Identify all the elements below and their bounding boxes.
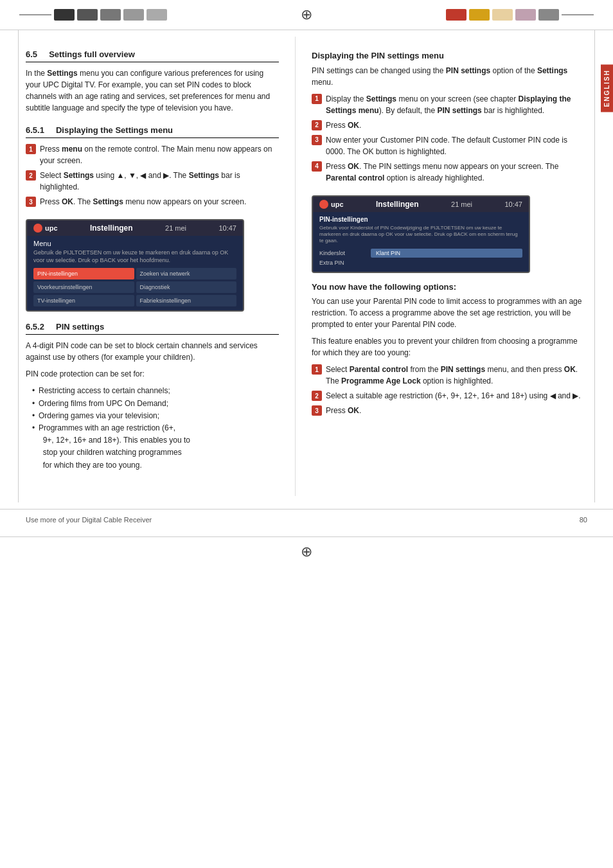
top-line-right xyxy=(562,14,594,15)
options-step-2-text: Select a suitable age restriction (6+, 9… xyxy=(326,390,581,402)
options-title: You now have the following options: xyxy=(312,281,585,294)
bullet-1: Restricting access to certain channels; xyxy=(32,385,279,397)
pin-step-4-text: Press OK. The PIN settings menu now appe… xyxy=(326,161,585,184)
upc-text-1: upc xyxy=(45,224,58,232)
pin-step-3-text: Now enter your Customer PIN code. The de… xyxy=(326,134,585,157)
tv-item-tv: TV-instellingen xyxy=(33,295,134,306)
pin-step-2-text: Press OK. xyxy=(326,120,361,131)
pin-step-1-text: Display the Settings menu on your screen… xyxy=(326,93,585,116)
section-65-label: Settings full overview xyxy=(49,49,135,59)
margin-line-left xyxy=(18,30,19,502)
color-block-red xyxy=(446,9,466,21)
pin-step-badge-4: 4 xyxy=(312,161,322,172)
section-options: You now have the following options: You … xyxy=(312,281,585,417)
step-badge-2: 2 xyxy=(26,170,36,181)
color-block-5 xyxy=(147,9,167,21)
tv-screen-2-header: upc Instellingen 21 mei 10:47 xyxy=(313,197,529,212)
color-block-4 xyxy=(123,9,144,21)
top-bar-left xyxy=(19,9,167,21)
pin-label-extra: Extra PIN xyxy=(319,260,371,266)
tv-item-diagnostiek: Diagnostiek xyxy=(136,281,237,293)
tv-title-1: Instellingen xyxy=(90,224,133,233)
pin-step-badge-2: 2 xyxy=(312,120,322,130)
pin-step-1: 1 Display the Settings menu on your scre… xyxy=(312,93,585,116)
section-651-heading: 6.5.1 Displaying the Settings menu xyxy=(26,125,279,138)
options-step-badge-1: 1 xyxy=(312,364,322,375)
pin-section-title: PIN-instellingen xyxy=(319,216,522,223)
pin-step-3: 3 Now enter your Customer PIN code. The … xyxy=(312,134,585,157)
tv-item-voorkeur: Voorkeursinstellingen xyxy=(33,281,134,293)
color-block-yellow xyxy=(469,9,490,21)
options-step-2: 2 Select a suitable age restriction (6+,… xyxy=(312,390,585,402)
compass-icon: ⊕ xyxy=(301,6,312,23)
pin-display-title: Displaying the PIN settings menu xyxy=(312,49,585,62)
step-651-2-text: Select Settings using ▲, ▼, ◀ and ▶. The… xyxy=(40,170,279,193)
tv-time-2: 10:47 xyxy=(504,200,522,208)
footer-left: Use more of your Digital Cable Receiver xyxy=(26,516,152,524)
options-step-1-text: Select Parental control from the PIN set… xyxy=(326,364,585,387)
pin-step-badge-3: 3 xyxy=(312,135,322,145)
top-line-left xyxy=(19,14,51,15)
step-651-2: 2 Select Settings using ▲, ▼, ◀ and ▶. T… xyxy=(26,170,279,193)
pin-step-4: 4 Press OK. The PIN settings menu now ap… xyxy=(312,161,585,184)
footer-right: 80 xyxy=(580,516,587,524)
section-652-heading: 6.5.2 PIN settings xyxy=(26,322,279,335)
right-column: Displaying the PIN settings menu PIN set… xyxy=(296,37,610,496)
section-652-intro: A 4-digit PIN code can be set to block c… xyxy=(26,340,279,363)
options-step-3: 3 Press OK. xyxy=(312,405,585,416)
bullet-3: Ordering games via your television; xyxy=(32,410,279,422)
tv-time-1: 10:47 xyxy=(218,224,236,232)
tv-item-zoeken: Zoeken via netwerk xyxy=(136,268,237,279)
tv-grid-1: PIN-instellingen Zoeken via netwerk Voor… xyxy=(33,268,236,306)
bullet-4: Programmes with an age restriction (6+, … xyxy=(32,422,279,472)
tv-screen-1: upc Instellingen 21 mei 10:47 Menu Gebru… xyxy=(26,219,244,312)
upc-circle-2 xyxy=(319,200,328,209)
tv-screen-1-header: upc Instellingen 21 mei 10:47 xyxy=(27,220,243,236)
step-651-1: 1 Press menu on the remote control. The … xyxy=(26,143,279,166)
color-block-cream xyxy=(492,9,513,21)
pin-option-kinderslot: Kinderslot Klant PIN xyxy=(319,249,522,258)
tv-title-2: Instellingen xyxy=(376,200,419,209)
page-content: 6.5 Settings full overview In the Settin… xyxy=(0,30,613,502)
section-65-heading: 6.5 Settings full overview xyxy=(26,49,279,62)
tv-item-pin: PIN-instellingen xyxy=(33,268,134,279)
options-step-badge-3: 3 xyxy=(312,405,322,416)
top-bar-right xyxy=(446,9,594,21)
options-step-3-text: Press OK. xyxy=(326,405,361,416)
upc-logo-1: upc xyxy=(33,224,58,233)
section-65: 6.5 Settings full overview In the Settin… xyxy=(26,49,279,114)
pin-value-extra xyxy=(371,261,522,264)
step-badge-1: 1 xyxy=(26,144,36,154)
pin-step-badge-1: 1 xyxy=(312,94,322,104)
step-651-3: 3 Press OK. The Settings menu now appear… xyxy=(26,196,279,208)
pin-value-kinderslot: Klant PIN xyxy=(371,249,522,258)
section-651: 6.5.1 Displaying the Settings menu 1 Pre… xyxy=(26,125,279,208)
pin-display-steps: 1 Display the Settings menu on your scre… xyxy=(312,93,585,184)
pin-options: Kinderslot Klant PIN Extra PIN xyxy=(319,249,522,266)
color-block-gray xyxy=(538,9,559,21)
options-intro2: This feature enables you to prevent your… xyxy=(312,335,585,359)
bottom-bar: ⊕ xyxy=(0,536,613,567)
tv-date-1: 21 mei xyxy=(165,224,186,232)
step-badge-3: 3 xyxy=(26,197,36,207)
section-652: 6.5.2 PIN settings A 4-digit PIN code ca… xyxy=(26,322,279,471)
top-bar: ⊕ xyxy=(0,0,613,30)
tv-subtitle-1: Gebruik de PIJLTOETSEN om uw keuze te ma… xyxy=(33,249,236,264)
options-steps: 1 Select Parental control from the PIN s… xyxy=(312,364,585,416)
section-651-number: 6.5.1 xyxy=(26,125,44,135)
tv-date-2: 21 mei xyxy=(451,200,472,208)
upc-logo-2: upc xyxy=(319,200,344,209)
pin-description: Gebruik voor Kinderslot of PIN Codewijzi… xyxy=(319,225,522,245)
tv-screen-1-body: Menu Gebruik de PIJLTOETSEN om uw keuze … xyxy=(27,236,243,310)
page-footer: Use more of your Digital Cable Receiver … xyxy=(0,509,613,530)
pin-step-2: 2 Press OK. xyxy=(312,120,585,131)
bullet-2: Ordering films from UPC On Demand; xyxy=(32,398,279,410)
section-65-intro: In the Settings menu you can configure v… xyxy=(26,67,279,114)
bottom-compass-icon: ⊕ xyxy=(301,544,312,560)
section-652-protection-label: PIN code protection can be set for: xyxy=(26,368,279,380)
color-block-pink xyxy=(515,9,536,21)
tv-item-fabriek: Fabrieksinstellingen xyxy=(136,295,237,306)
color-block-1 xyxy=(54,9,75,21)
section-651-label: Displaying the Settings menu xyxy=(56,125,173,135)
section-652-label: PIN settings xyxy=(56,322,104,332)
